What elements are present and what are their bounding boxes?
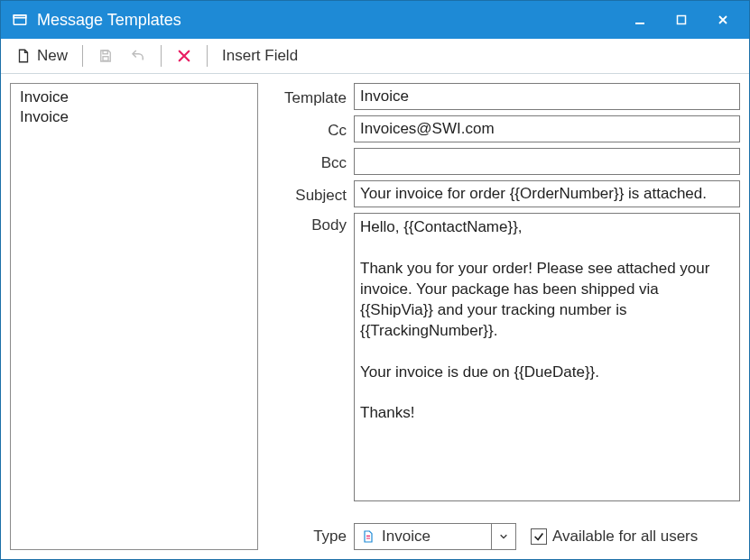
app-icon [12,12,28,28]
svg-rect-1 [14,15,26,18]
new-button[interactable]: New [10,44,73,68]
insert-field-button[interactable]: Insert Field [217,44,303,68]
type-label: Type [265,528,347,546]
new-label: New [37,47,68,65]
subject-input[interactable] [354,180,740,207]
invoice-type-icon [360,528,376,545]
toolbar-separator [207,45,208,67]
svg-rect-4 [103,50,107,54]
undo-button [125,45,152,67]
insert-field-label: Insert Field [222,47,298,65]
svg-rect-2 [635,23,644,24]
template-list[interactable]: Invoice Invoice [10,83,258,550]
window-title: Message Templates [37,11,181,30]
type-combobox[interactable]: Invoice [354,523,516,550]
new-icon [15,48,32,64]
save-button [92,45,119,67]
toolbar: New [1,39,749,74]
type-selected-text: Invoice [382,528,486,546]
subject-label: Subject [265,183,347,205]
message-templates-window: Message Templates New [0,0,750,560]
template-label: Template [265,86,347,107]
svg-rect-5 [103,57,108,61]
body-textarea[interactable] [354,213,740,501]
save-icon [97,48,114,64]
content-area: Invoice Invoice Template Cc Bcc Subject [1,74,749,559]
available-all-users-checkbox[interactable]: Available for all users [531,528,698,546]
svg-rect-3 [678,16,686,24]
bcc-input[interactable] [354,148,740,175]
list-item[interactable]: Invoice [16,87,252,107]
delete-icon [176,48,192,64]
cc-input[interactable] [354,115,740,142]
list-item[interactable]: Invoice [16,107,252,127]
titlebar[interactable]: Message Templates [1,1,749,39]
bcc-label: Bcc [265,151,347,172]
maximize-button[interactable] [661,5,702,34]
minimize-button[interactable] [619,5,661,34]
body-label: Body [265,213,347,234]
template-name-input[interactable] [354,83,740,110]
close-button[interactable] [702,5,744,34]
undo-icon [130,48,146,64]
template-form: Template Cc Bcc Subject Body Type [265,83,740,550]
dropdown-arrow-icon[interactable] [491,524,515,549]
available-all-users-label: Available for all users [552,528,698,546]
toolbar-separator [82,45,83,67]
delete-button[interactable] [171,45,198,67]
toolbar-separator [161,45,162,67]
cc-label: Cc [265,118,347,140]
checkbox-icon [531,528,547,545]
